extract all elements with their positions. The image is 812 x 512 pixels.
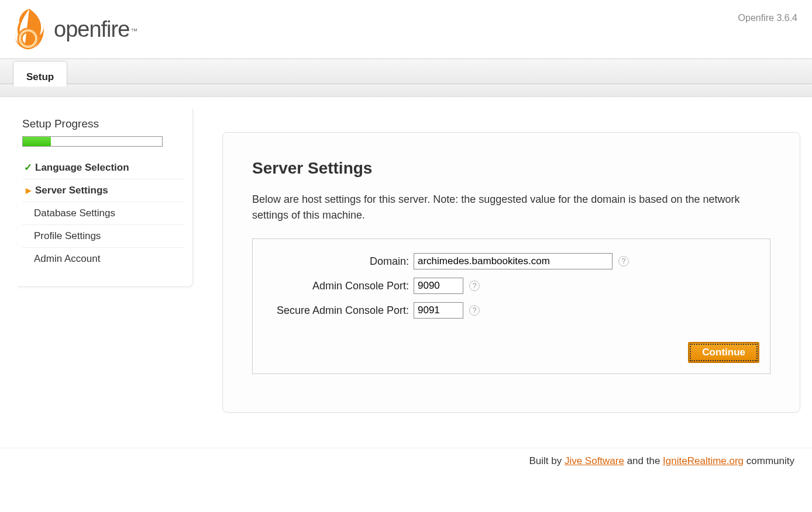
brand-name: openfire — [54, 17, 129, 41]
brand-text: openfire™ — [54, 17, 137, 42]
step-list: ✓Language Selection▶Server SettingsDatab… — [22, 156, 184, 270]
flame-icon — [12, 6, 47, 53]
sidebar-title: Setup Progress — [22, 117, 184, 130]
step-1[interactable]: ▶Server Settings — [22, 179, 184, 202]
sub-bar — [0, 84, 812, 97]
form-box: Domain: ? Admin Console Port: ? Secure A… — [252, 238, 770, 374]
arrow-icon: ▶ — [23, 186, 33, 195]
logo: openfire™ — [12, 6, 137, 53]
input-domain[interactable] — [414, 253, 613, 269]
step-label: Server Settings — [35, 185, 108, 196]
step-4: Admin Account — [22, 247, 184, 270]
intro-text: Below are host settings for this server.… — [252, 192, 770, 223]
trademark: ™ — [130, 27, 137, 35]
version-label: Openfire 3.6.4 — [738, 6, 797, 23]
footer-mid: and the — [624, 455, 663, 466]
link-jive[interactable]: Jive Software — [565, 455, 624, 466]
step-label: Database Settings — [34, 207, 115, 219]
footer-suffix: community — [744, 455, 794, 466]
tab-setup[interactable]: Setup — [13, 61, 67, 87]
footer-prefix: Built by — [529, 455, 564, 466]
header: openfire™ Openfire 3.6.4 — [0, 0, 812, 58]
settings-panel: Server Settings Below are host settings … — [222, 132, 800, 413]
row-secure-port: Secure Admin Console Port: ? — [264, 302, 758, 319]
step-label: Admin Account — [34, 253, 100, 265]
label-secure-port: Secure Admin Console Port: — [264, 305, 414, 317]
tab-bar: Setup — [0, 58, 812, 84]
step-3: Profile Settings — [22, 224, 184, 247]
check-icon: ✓ — [23, 161, 33, 174]
page-title: Server Settings — [252, 159, 770, 178]
label-admin-port: Admin Console Port: — [264, 280, 414, 292]
main-area: Server Settings Below are host settings … — [193, 109, 806, 430]
tab-label: Setup — [26, 71, 54, 83]
label-domain: Domain: — [264, 255, 414, 268]
row-admin-port: Admin Console Port: ? — [264, 278, 758, 294]
link-ignite[interactable]: IgniteRealtime.org — [663, 455, 744, 466]
continue-button[interactable]: Continue — [688, 342, 759, 363]
input-admin-port[interactable] — [414, 278, 463, 294]
progress-bar — [22, 136, 163, 147]
step-label: Profile Settings — [34, 230, 101, 242]
step-0[interactable]: ✓Language Selection — [22, 156, 184, 179]
footer: Built by Jive Software and the IgniteRea… — [0, 448, 812, 479]
progress-fill — [23, 137, 51, 146]
sidebar: Setup Progress ✓Language Selection▶Serve… — [18, 109, 193, 287]
row-domain: Domain: ? — [264, 253, 758, 269]
help-icon[interactable]: ? — [469, 281, 480, 291]
help-icon[interactable]: ? — [618, 256, 629, 267]
help-icon[interactable]: ? — [469, 305, 480, 316]
input-secure-port[interactable] — [414, 302, 463, 319]
step-2: Database Settings — [22, 202, 184, 224]
step-label: Language Selection — [35, 162, 129, 174]
